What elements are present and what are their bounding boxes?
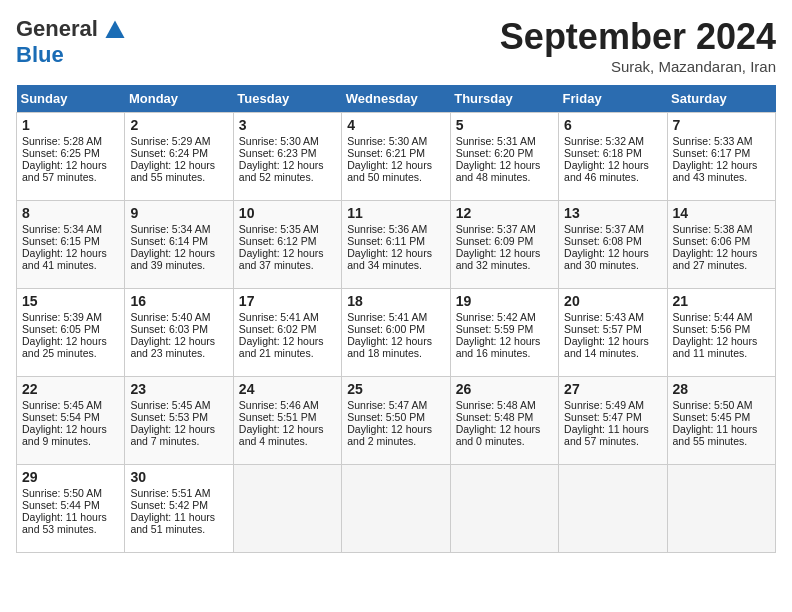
sunset: Sunset: 5:54 PM: [22, 411, 100, 423]
daylight: Daylight: 12 hours and 16 minutes.: [456, 335, 541, 359]
day-number: 7: [673, 117, 770, 133]
calendar-cell: 21Sunrise: 5:44 AMSunset: 5:56 PMDayligh…: [667, 289, 775, 377]
calendar-cell: 22Sunrise: 5:45 AMSunset: 5:54 PMDayligh…: [17, 377, 125, 465]
sunrise: Sunrise: 5:42 AM: [456, 311, 536, 323]
weekday-header: Thursday: [450, 85, 558, 113]
sunrise: Sunrise: 5:45 AM: [22, 399, 102, 411]
daylight: Daylight: 12 hours and 43 minutes.: [673, 159, 758, 183]
calendar-cell: 28Sunrise: 5:50 AMSunset: 5:45 PMDayligh…: [667, 377, 775, 465]
day-number: 27: [564, 381, 661, 397]
sunrise: Sunrise: 5:40 AM: [130, 311, 210, 323]
calendar-week-row: 8Sunrise: 5:34 AMSunset: 6:15 PMDaylight…: [17, 201, 776, 289]
sunrise: Sunrise: 5:37 AM: [564, 223, 644, 235]
daylight: Daylight: 12 hours and 55 minutes.: [130, 159, 215, 183]
day-number: 16: [130, 293, 227, 309]
daylight: Daylight: 12 hours and 4 minutes.: [239, 423, 324, 447]
sunrise: Sunrise: 5:36 AM: [347, 223, 427, 235]
daylight: Daylight: 12 hours and 14 minutes.: [564, 335, 649, 359]
weekday-header: Sunday: [17, 85, 125, 113]
sunrise: Sunrise: 5:46 AM: [239, 399, 319, 411]
logo-general: General: [16, 16, 98, 41]
sunrise: Sunrise: 5:38 AM: [673, 223, 753, 235]
day-number: 9: [130, 205, 227, 221]
calendar-cell: 27Sunrise: 5:49 AMSunset: 5:47 PMDayligh…: [559, 377, 667, 465]
day-number: 6: [564, 117, 661, 133]
calendar-cell: 20Sunrise: 5:43 AMSunset: 5:57 PMDayligh…: [559, 289, 667, 377]
calendar-cell: 24Sunrise: 5:46 AMSunset: 5:51 PMDayligh…: [233, 377, 341, 465]
daylight: Daylight: 12 hours and 41 minutes.: [22, 247, 107, 271]
calendar-cell: 25Sunrise: 5:47 AMSunset: 5:50 PMDayligh…: [342, 377, 450, 465]
sunrise: Sunrise: 5:39 AM: [22, 311, 102, 323]
calendar-cell: 14Sunrise: 5:38 AMSunset: 6:06 PMDayligh…: [667, 201, 775, 289]
sunrise: Sunrise: 5:44 AM: [673, 311, 753, 323]
sunset: Sunset: 6:03 PM: [130, 323, 208, 335]
day-number: 22: [22, 381, 119, 397]
sunrise: Sunrise: 5:30 AM: [347, 135, 427, 147]
title-block: September 2024 Surak, Mazandaran, Iran: [500, 16, 776, 75]
day-number: 14: [673, 205, 770, 221]
day-number: 24: [239, 381, 336, 397]
sunrise: Sunrise: 5:41 AM: [347, 311, 427, 323]
daylight: Daylight: 12 hours and 2 minutes.: [347, 423, 432, 447]
daylight: Daylight: 12 hours and 11 minutes.: [673, 335, 758, 359]
daylight: Daylight: 12 hours and 52 minutes.: [239, 159, 324, 183]
calendar-cell: 17Sunrise: 5:41 AMSunset: 6:02 PMDayligh…: [233, 289, 341, 377]
month-title: September 2024: [500, 16, 776, 58]
sunset: Sunset: 6:18 PM: [564, 147, 642, 159]
sunset: Sunset: 6:14 PM: [130, 235, 208, 247]
sunset: Sunset: 5:44 PM: [22, 499, 100, 511]
sunrise: Sunrise: 5:51 AM: [130, 487, 210, 499]
daylight: Daylight: 11 hours and 57 minutes.: [564, 423, 649, 447]
daylight: Daylight: 12 hours and 0 minutes.: [456, 423, 541, 447]
day-number: 23: [130, 381, 227, 397]
sunrise: Sunrise: 5:32 AM: [564, 135, 644, 147]
day-number: 15: [22, 293, 119, 309]
sunrise: Sunrise: 5:30 AM: [239, 135, 319, 147]
daylight: Daylight: 12 hours and 21 minutes.: [239, 335, 324, 359]
daylight: Daylight: 12 hours and 25 minutes.: [22, 335, 107, 359]
day-number: 5: [456, 117, 553, 133]
daylight: Daylight: 12 hours and 9 minutes.: [22, 423, 107, 447]
sunset: Sunset: 6:02 PM: [239, 323, 317, 335]
calendar-cell: [342, 465, 450, 553]
calendar-cell: 23Sunrise: 5:45 AMSunset: 5:53 PMDayligh…: [125, 377, 233, 465]
location: Surak, Mazandaran, Iran: [500, 58, 776, 75]
sunset: Sunset: 5:42 PM: [130, 499, 208, 511]
sunset: Sunset: 6:00 PM: [347, 323, 425, 335]
daylight: Daylight: 12 hours and 57 minutes.: [22, 159, 107, 183]
weekday-header-row: SundayMondayTuesdayWednesdayThursdayFrid…: [17, 85, 776, 113]
daylight: Daylight: 12 hours and 46 minutes.: [564, 159, 649, 183]
daylight: Daylight: 12 hours and 39 minutes.: [130, 247, 215, 271]
sunrise: Sunrise: 5:45 AM: [130, 399, 210, 411]
sunset: Sunset: 5:56 PM: [673, 323, 751, 335]
sunset: Sunset: 5:53 PM: [130, 411, 208, 423]
calendar-cell: [450, 465, 558, 553]
sunrise: Sunrise: 5:43 AM: [564, 311, 644, 323]
daylight: Daylight: 11 hours and 51 minutes.: [130, 511, 215, 535]
calendar-week-row: 1Sunrise: 5:28 AMSunset: 6:25 PMDaylight…: [17, 113, 776, 201]
calendar-cell: 7Sunrise: 5:33 AMSunset: 6:17 PMDaylight…: [667, 113, 775, 201]
daylight: Daylight: 12 hours and 32 minutes.: [456, 247, 541, 271]
calendar-cell: 19Sunrise: 5:42 AMSunset: 5:59 PMDayligh…: [450, 289, 558, 377]
calendar-week-row: 15Sunrise: 5:39 AMSunset: 6:05 PMDayligh…: [17, 289, 776, 377]
day-number: 20: [564, 293, 661, 309]
sunrise: Sunrise: 5:50 AM: [22, 487, 102, 499]
sunset: Sunset: 6:25 PM: [22, 147, 100, 159]
daylight: Daylight: 12 hours and 18 minutes.: [347, 335, 432, 359]
daylight: Daylight: 12 hours and 7 minutes.: [130, 423, 215, 447]
calendar-cell: 16Sunrise: 5:40 AMSunset: 6:03 PMDayligh…: [125, 289, 233, 377]
sunset: Sunset: 5:47 PM: [564, 411, 642, 423]
sunrise: Sunrise: 5:28 AM: [22, 135, 102, 147]
sunrise: Sunrise: 5:29 AM: [130, 135, 210, 147]
calendar-cell: 9Sunrise: 5:34 AMSunset: 6:14 PMDaylight…: [125, 201, 233, 289]
calendar-cell: 8Sunrise: 5:34 AMSunset: 6:15 PMDaylight…: [17, 201, 125, 289]
calendar-cell: 3Sunrise: 5:30 AMSunset: 6:23 PMDaylight…: [233, 113, 341, 201]
daylight: Daylight: 12 hours and 34 minutes.: [347, 247, 432, 271]
weekday-header: Wednesday: [342, 85, 450, 113]
calendar-cell: 30Sunrise: 5:51 AMSunset: 5:42 PMDayligh…: [125, 465, 233, 553]
day-number: 11: [347, 205, 444, 221]
day-number: 13: [564, 205, 661, 221]
calendar-cell: 11Sunrise: 5:36 AMSunset: 6:11 PMDayligh…: [342, 201, 450, 289]
svg-marker-0: [106, 21, 125, 39]
day-number: 10: [239, 205, 336, 221]
